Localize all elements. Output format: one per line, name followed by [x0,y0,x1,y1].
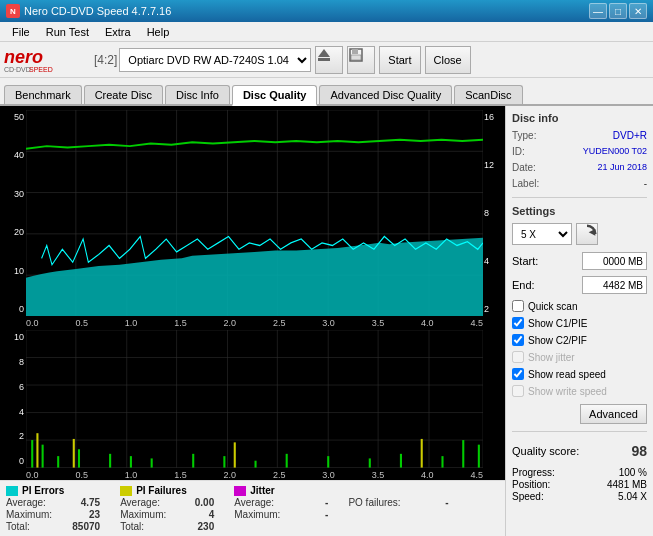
legend-pi-failures: PI Failures Average: 0.00 Maximum: 4 Tot… [120,485,214,532]
show-c1pie-checkbox[interactable] [512,317,524,329]
legend-jitter: Jitter Average: - Maximum: - [234,485,328,532]
svg-rect-59 [234,443,236,468]
disc-date-row: Date: 21 Jun 2018 [512,162,647,173]
y-right-12: 12 [484,160,500,170]
svg-text:CD·DVD: CD·DVD [4,66,31,73]
tab-scan-disc[interactable]: ScanDisc [454,85,522,104]
end-label: End: [512,279,535,291]
menu-run-test[interactable]: Run Test [38,24,97,40]
speed-row: Speed: 5.04 X [512,491,647,502]
pi-errors-color [6,486,18,496]
show-c2pif-checkbox[interactable] [512,334,524,346]
y-right-4: 4 [484,256,500,266]
start-field-row: Start: [512,252,647,270]
svg-rect-43 [78,450,80,468]
y-top-30: 30 [6,189,24,199]
end-field-row: End: [512,276,647,294]
svg-rect-46 [151,459,153,468]
title-bar: N Nero CD-DVD Speed 4.7.7.16 — □ ✕ [0,0,653,22]
position-row: Position: 4481 MB [512,479,647,490]
chart-bottom-svg [26,330,483,468]
menu-file[interactable]: File [4,24,38,40]
save-button[interactable] [347,46,375,74]
legend-po-failures: PO failures: - [348,485,448,532]
progress-row: Progress: 100 % [512,467,647,478]
refresh-button[interactable] [576,223,598,245]
svg-rect-50 [286,454,288,468]
device-bracket: [4:2] [94,53,117,67]
device-selector[interactable]: [4:2] Optiarc DVD RW AD-7240S 1.04 [94,48,311,72]
svg-rect-57 [36,434,38,468]
pi-errors-title: PI Errors [22,485,64,496]
svg-marker-61 [589,229,596,236]
toolbar: nero CD·DVD SPEED [4:2] Optiarc DVD RW A… [0,42,653,78]
disc-label-row: Label: - [512,178,647,189]
end-input[interactable] [582,276,647,294]
advanced-button[interactable]: Advanced [580,404,647,424]
y-bot-10: 10 [6,332,24,342]
svg-rect-6 [352,49,358,54]
speed-setting: 5 X 1 X 2 X 4 X 8 X [512,223,647,245]
y-bot-0: 0 [6,456,24,466]
show-read-speed-label: Show read speed [528,369,606,380]
maximize-button[interactable]: □ [609,3,627,19]
device-dropdown[interactable]: Optiarc DVD RW AD-7240S 1.04 [119,48,311,72]
chart-top: 50 40 30 20 10 0 16 12 8 4 2 [4,110,501,316]
svg-rect-52 [369,459,371,468]
quality-score-value: 98 [631,443,647,459]
show-read-speed-checkbox[interactable] [512,368,524,380]
start-input[interactable] [582,252,647,270]
y-top-0: 0 [6,304,24,314]
menu-extra[interactable]: Extra [97,24,139,40]
svg-rect-4 [318,58,330,61]
show-c2pif-label: Show C2/PIF [528,335,587,346]
svg-rect-45 [130,457,132,468]
svg-rect-54 [441,457,443,468]
close-button[interactable]: ✕ [629,3,647,19]
svg-rect-47 [192,454,194,468]
show-c1pie-row: Show C1/PIE [512,317,647,329]
svg-rect-58 [73,439,75,468]
chart-bottom: 10 8 6 4 2 0 [4,330,501,468]
chart-top-svg [26,110,483,316]
show-write-speed-label: Show write speed [528,386,607,397]
divider-1 [512,197,647,198]
start-button[interactable]: Start [379,46,420,74]
minimize-button[interactable]: — [589,3,607,19]
pi-failures-title: PI Failures [136,485,187,496]
svg-rect-56 [478,445,480,468]
main-content: 50 40 30 20 10 0 16 12 8 4 2 [0,106,653,536]
y-right-8: 8 [484,208,500,218]
close-app-button[interactable]: Close [425,46,471,74]
svg-rect-51 [327,457,329,468]
menu-help[interactable]: Help [139,24,178,40]
tab-disc-quality[interactable]: Disc Quality [232,85,318,106]
svg-rect-49 [255,461,257,468]
svg-text:SPEED: SPEED [29,66,53,73]
tab-benchmark[interactable]: Benchmark [4,85,82,104]
tab-create-disc[interactable]: Create Disc [84,85,163,104]
progress-section: Progress: 100 % Position: 4481 MB Speed:… [512,467,647,503]
y-right-2: 2 [484,304,500,314]
show-write-speed-checkbox[interactable] [512,385,524,397]
quick-scan-checkbox[interactable] [512,300,524,312]
show-jitter-checkbox[interactable] [512,351,524,363]
disc-id-row: ID: YUDEN000 T02 [512,146,647,157]
show-write-speed-row: Show write speed [512,385,647,397]
y-top-50: 50 [6,112,24,122]
tab-advanced-disc-quality[interactable]: Advanced Disc Quality [319,85,452,104]
svg-rect-55 [462,440,464,468]
quality-score-row: Quality score: 98 [512,443,647,459]
show-jitter-row: Show jitter [512,351,647,363]
svg-rect-60 [421,439,423,468]
pi-failures-color [120,486,132,496]
tab-disc-info[interactable]: Disc Info [165,85,230,104]
svg-rect-53 [400,454,402,468]
x-labels-bottom: 0.0 0.5 1.0 1.5 2.0 2.5 3.0 3.5 4.0 4.5 [4,470,501,480]
eject-button[interactable] [315,46,343,74]
y-bot-8: 8 [6,357,24,367]
svg-rect-48 [223,457,225,468]
quality-score-label: Quality score: [512,445,579,457]
speed-select[interactable]: 5 X 1 X 2 X 4 X 8 X [512,223,572,245]
settings-title: Settings [512,205,647,217]
